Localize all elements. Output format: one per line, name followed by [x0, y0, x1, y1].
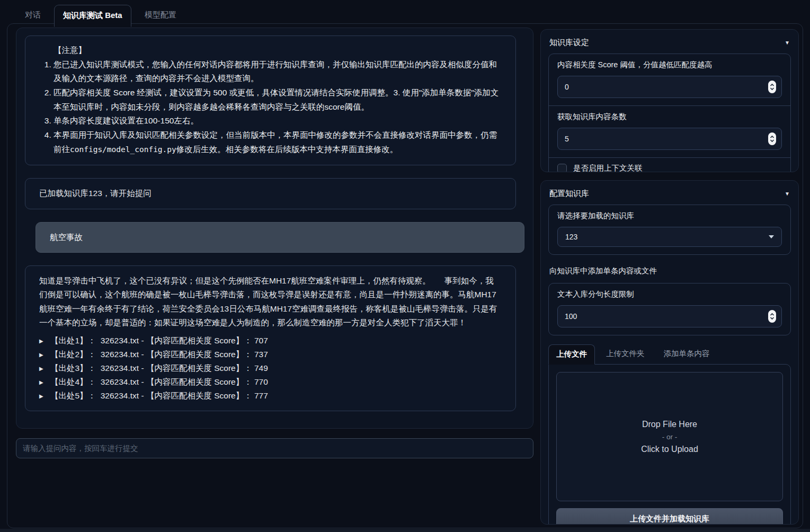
notice-title: 【注意】 [54, 43, 501, 58]
chatbot-panel: 【注意】 您已进入知识库测试模式，您输入的任何对话内容都将用于进行知识库查询，并… [16, 28, 533, 429]
expand-arrow-icon[interactable]: ▶ [39, 364, 44, 373]
notice-message: 【注意】 您已进入知识库测试模式，您输入的任何对话内容都将用于进行知识库查询，并… [25, 36, 516, 165]
bot-message-text: 已加载知识库123，请开始提问 [39, 189, 152, 198]
upload-and-load-button[interactable]: 上传文件并加载知识库 [556, 508, 783, 525]
tab-upload-file[interactable]: 上传文件 [548, 344, 595, 365]
kb-settings-accordion: 知识库设定 ▼ 内容相关度 Score 阈值，分值越低匹配度越高 获取知识库内容… [540, 29, 799, 172]
notice-item-text: 您已进入知识库测试模式，您输入的任何对话内容都将用于进行知识库查询，并仅输出知识… [54, 60, 497, 83]
source-text: 【出处3】： 326234.txt - 【内容匹配相关度 Score】： 749 [50, 361, 268, 375]
notice-item-text: 单条内容长度建议设置在100-150左右。 [54, 116, 199, 125]
bot-message-loaded: 已加载知识库123，请开始提问 [25, 178, 516, 209]
source-text: 【出处2】： 326234.txt - 【内容匹配相关度 Score】： 737 [50, 348, 268, 361]
dropzone-line1: Drop File Here [642, 420, 697, 429]
number-spinner-icon[interactable] [768, 310, 776, 323]
top-k-field: 获取知识库内容条数 [549, 105, 790, 157]
kb-select-value: 123 [565, 233, 577, 241]
top-k-inputbox [557, 128, 782, 150]
tab-model-config[interactable]: 模型配置 [136, 4, 185, 26]
kb-settings-group: 内容相关度 Score 阈值，分值越低匹配度越高 获取知识库内容条数 [548, 54, 791, 172]
tab-upload-folder[interactable]: 上传文件夹 [598, 344, 653, 364]
source-text: 【出处1】： 326234.txt - 【内容匹配相关度 Score】： 707 [50, 334, 268, 348]
sentence-size-group: 文本入库分句长度限制 [548, 283, 791, 335]
question-input-box [16, 438, 533, 458]
notice-item-text: 匹配内容相关度 Score 经测试，建议设置为 500 或更低，具体设置情况请结… [54, 88, 499, 111]
expand-arrow-icon[interactable]: ▶ [39, 392, 44, 401]
notice-item: 单条内容长度建议设置在100-150左右。 [54, 114, 501, 128]
kb-settings-header[interactable]: 知识库设定 ▼ [548, 36, 791, 49]
number-spinner-icon[interactable] [768, 81, 776, 93]
tab-add-single-content[interactable]: 添加单条内容 [656, 344, 718, 364]
score-threshold-input[interactable] [565, 83, 768, 91]
score-threshold-label: 内容相关度 Score 阈值，分值越低匹配度越高 [557, 60, 782, 70]
top-k-input[interactable] [565, 135, 768, 143]
source-row[interactable]: ▶ 【出处3】： 326234.txt - 【内容匹配相关度 Score】： 7… [39, 361, 502, 375]
source-row[interactable]: ▶ 【出处2】： 326234.txt - 【内容匹配相关度 Score】： 7… [39, 348, 502, 361]
source-row[interactable]: ▶ 【出处4】： 326234.txt - 【内容匹配相关度 Score】： 7… [39, 375, 502, 389]
notice-item-text: 修改后生效。相关参数将在后续版本中支持本界面直接修改。 [176, 145, 398, 154]
dropzone-line3: Click to Upload [641, 445, 698, 454]
notice-item: 匹配内容相关度 Score 经测试，建议设置为 500 或更低，具体设置情况请结… [54, 86, 501, 114]
kb-select-dropdown[interactable]: 123 [557, 227, 782, 247]
dropzone-line2: - or - [662, 433, 678, 441]
sentence-size-inputbox [557, 305, 782, 327]
chevron-down-icon[interactable]: ▼ [785, 40, 790, 46]
main-tabbar: 对话 知识库测试 Beta 模型配置 [16, 4, 185, 26]
context-link-checkbox[interactable] [557, 164, 567, 173]
page-footer-strip [0, 529, 810, 532]
score-threshold-field: 内容相关度 Score 阈值，分值越低匹配度越高 [549, 54, 790, 105]
notice-code-path: configs/model_config.py [70, 145, 176, 154]
kb-config-header[interactable]: 配置知识库 ▼ [548, 187, 791, 200]
expand-arrow-icon[interactable]: ▶ [39, 336, 44, 345]
sentence-size-field: 文本入库分句长度限制 [549, 283, 790, 335]
upload-tabbar: 上传文件 上传文件夹 添加单条内容 [548, 344, 791, 364]
source-row[interactable]: ▶ 【出处5】： 326234.txt - 【内容匹配相关度 Score】： 7… [39, 389, 502, 403]
kb-config-title: 配置知识库 [549, 189, 589, 199]
source-text: 【出处5】： 326234.txt - 【内容匹配相关度 Score】： 777 [50, 389, 268, 403]
source-list: ▶ 【出处1】： 326234.txt - 【内容匹配相关度 Score】： 7… [39, 334, 502, 403]
question-input[interactable] [16, 439, 533, 458]
dropdown-caret-icon [769, 235, 774, 238]
tab-dialogue[interactable]: 对话 [16, 4, 50, 26]
upload-tabpanel: Drop File Here - or - Click to Upload 上传… [548, 364, 791, 525]
kb-select-group: 请选择要加载的知识库 123 [548, 205, 791, 255]
notice-item: 您已进入知识库测试模式，您输入的任何对话内容都将用于进行知识库查询，并仅输出知识… [54, 58, 501, 86]
kb-config-accordion: 配置知识库 ▼ 请选择要加载的知识库 123 向知识库中添加单条内容或文件 文本… [540, 180, 799, 525]
context-link-label: 是否启用上下文关联 [573, 163, 643, 172]
kb-select-field: 请选择要加载的知识库 123 [549, 205, 790, 254]
user-message-text: 航空事故 [50, 233, 83, 242]
expand-arrow-icon[interactable]: ▶ [39, 378, 44, 387]
tab-knowledge-base-test[interactable]: 知识库测试 Beta [54, 5, 131, 27]
bot-message-answer: 知道是导弹击中飞机了，这个已没有异议；但是这个先例能否在MH17航班空难案件审理… [25, 265, 516, 411]
source-row[interactable]: ▶ 【出处1】： 326234.txt - 【内容匹配相关度 Score】： 7… [39, 334, 502, 348]
source-text: 【出处4】： 326234.txt - 【内容匹配相关度 Score】： 770 [50, 375, 268, 389]
file-dropzone[interactable]: Drop File Here - or - Click to Upload [556, 372, 783, 501]
notice-item: 本界面用于知识入库及知识匹配相关参数设定，但当前版本中，本界面中修改的参数并不会… [54, 128, 501, 156]
notice-list: 您已进入知识库测试模式，您输入的任何对话内容都将用于进行知识库查询，并仅输出知识… [39, 58, 501, 157]
app-root: 对话 知识库测试 Beta 模型配置 【注意】 您已进入知识库测试模式，您输入的… [0, 0, 810, 532]
add-content-label: 向知识库中添加单条内容或文件 [549, 266, 790, 276]
user-message: 航空事故 [35, 222, 524, 253]
chevron-down-icon[interactable]: ▼ [785, 191, 790, 197]
number-spinner-icon[interactable] [768, 132, 776, 145]
sentence-size-label: 文本入库分句长度限制 [557, 289, 782, 299]
top-k-label: 获取知识库内容条数 [557, 112, 782, 122]
answer-text: 知道是导弹击中飞机了，这个已没有异议；但是这个先例能否在MH17航班空难案件审理… [39, 274, 502, 330]
score-threshold-inputbox [557, 76, 782, 98]
expand-arrow-icon[interactable]: ▶ [39, 350, 44, 359]
kb-settings-title: 知识库设定 [549, 38, 589, 48]
context-link-field: 是否启用上下文关联 [549, 157, 790, 172]
sentence-size-input[interactable] [565, 312, 768, 321]
kb-select-label: 请选择要加载的知识库 [557, 211, 782, 221]
